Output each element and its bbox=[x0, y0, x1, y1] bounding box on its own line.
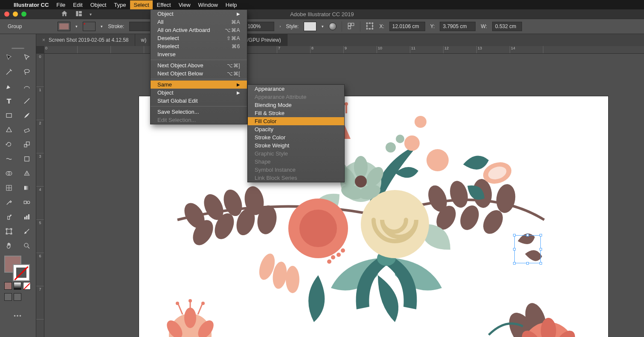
menu-item-all-on-active-artboard[interactable]: All on Active Artboard⌥⌘A bbox=[151, 26, 247, 34]
submenu-item-opacity[interactable]: Opacity bbox=[248, 125, 344, 133]
line-tool[interactable] bbox=[18, 94, 36, 108]
selection-tool[interactable] bbox=[0, 50, 18, 65]
hand-tool[interactable] bbox=[0, 239, 18, 253]
artboard[interactable] bbox=[139, 96, 608, 337]
y-field[interactable]: 3.7905 cm bbox=[440, 22, 476, 31]
maximize-window-button[interactable] bbox=[21, 12, 26, 17]
same-submenu[interactable]: AppearanceAppearance AttributeBlending M… bbox=[247, 84, 345, 182]
menu-item-object[interactable]: Object▶ bbox=[151, 10, 247, 18]
ruler-horizontal[interactable]: 0567891011121314 bbox=[44, 46, 644, 54]
recolor-artwork-icon[interactable] bbox=[329, 23, 337, 30]
document-tab[interactable]: × Screen Shot 2019-02-05 at 4.12.58 bbox=[36, 34, 135, 46]
curvature-tool[interactable] bbox=[18, 79, 36, 94]
traffic-lights[interactable] bbox=[0, 12, 26, 17]
menu-select[interactable]: Select bbox=[130, 0, 152, 9]
type-tool[interactable] bbox=[0, 94, 18, 108]
x-field[interactable]: 12.0106 cm bbox=[389, 22, 425, 31]
svg-point-74 bbox=[386, 142, 396, 153]
submenu-item-fill-stroke[interactable]: Fill & Stroke bbox=[248, 109, 344, 117]
close-tab-icon[interactable]: × bbox=[42, 37, 45, 43]
chevron-down-icon[interactable]: ▾ bbox=[322, 24, 324, 29]
rectangle-tool[interactable] bbox=[0, 108, 18, 123]
stroke-color-box[interactable] bbox=[13, 264, 30, 281]
artwork-floral[interactable] bbox=[139, 96, 608, 337]
shaper-tool[interactable] bbox=[0, 123, 18, 137]
chevron-down-icon[interactable]: ▾ bbox=[75, 24, 78, 29]
eraser-tool[interactable] bbox=[18, 123, 36, 137]
symbol-sprayer-tool[interactable] bbox=[0, 210, 18, 224]
perspective-grid-tool[interactable] bbox=[18, 166, 36, 181]
transform-icon[interactable] bbox=[366, 22, 374, 32]
submenu-item-appearance[interactable]: Appearance bbox=[248, 85, 344, 93]
pen-tool[interactable] bbox=[0, 79, 18, 94]
rotate-tool[interactable] bbox=[0, 137, 18, 152]
menu-object[interactable]: Object bbox=[90, 2, 107, 8]
magic-wand-tool[interactable] bbox=[0, 65, 18, 79]
menu-item-object[interactable]: Object▶ bbox=[151, 89, 247, 97]
menu-edit[interactable]: Edit bbox=[73, 2, 82, 8]
blend-tool[interactable] bbox=[18, 195, 36, 210]
stroke-weight-field[interactable] bbox=[129, 22, 151, 31]
menu-item-deselect[interactable]: Deselect⇧⌘A bbox=[151, 34, 247, 42]
ruler-vertical[interactable]: 01234567 bbox=[36, 54, 44, 337]
opacity-field[interactable]: 100% bbox=[244, 22, 274, 31]
width-tool[interactable] bbox=[0, 152, 18, 166]
fill-swatch[interactable] bbox=[58, 22, 70, 31]
menu-item-save-selection-[interactable]: Save Selection... bbox=[151, 108, 247, 116]
scale-tool[interactable] bbox=[18, 137, 36, 152]
fill-stroke-controls[interactable] bbox=[0, 253, 36, 280]
chevron-down-icon[interactable]: ▾ bbox=[101, 24, 103, 29]
close-window-button[interactable] bbox=[4, 12, 9, 17]
menu-effect[interactable]: Effect bbox=[157, 2, 171, 8]
minimize-window-button[interactable] bbox=[13, 12, 18, 17]
submenu-item-stroke-color[interactable]: Stroke Color bbox=[248, 133, 344, 141]
direct-selection-tool[interactable] bbox=[18, 50, 36, 65]
home-icon[interactable] bbox=[61, 10, 68, 19]
w-field[interactable]: 0.532 cm bbox=[492, 22, 522, 31]
svg-rect-27 bbox=[8, 216, 10, 220]
column-graph-tool[interactable] bbox=[18, 210, 36, 224]
app-name[interactable]: Illustrator CC bbox=[14, 2, 49, 8]
gradient-mode-swatch[interactable] bbox=[14, 282, 21, 290]
stroke-swatch[interactable] bbox=[83, 22, 96, 31]
menu-item-all[interactable]: All⌘A bbox=[151, 18, 247, 26]
menu-type[interactable]: Type bbox=[114, 2, 126, 8]
lasso-tool[interactable] bbox=[18, 65, 36, 79]
artboard-tool[interactable] bbox=[0, 224, 18, 239]
submenu-item-blending-mode[interactable]: Blending Mode bbox=[248, 101, 344, 109]
select-menu-dropdown[interactable]: Object▶All⌘AAll on Active Artboard⌥⌘ADes… bbox=[150, 9, 247, 124]
menu-help[interactable]: Help bbox=[226, 2, 237, 8]
macos-menubar[interactable]: Illustrator CC File Edit Object Type Sel… bbox=[0, 0, 644, 9]
eyedropper-tool[interactable] bbox=[0, 195, 18, 210]
menu-item-same[interactable]: Same▶ bbox=[151, 81, 247, 89]
submenu-item-fill-color[interactable]: Fill Color bbox=[248, 117, 344, 125]
shape-builder-tool[interactable] bbox=[0, 166, 18, 181]
menu-file[interactable]: File bbox=[56, 2, 65, 8]
screen-mode-icon[interactable] bbox=[14, 293, 21, 301]
none-mode-swatch[interactable] bbox=[23, 282, 31, 290]
panel-grip[interactable] bbox=[0, 46, 36, 50]
menu-item-reselect[interactable]: Reselect⌘6 bbox=[151, 42, 247, 50]
menu-item-inverse[interactable]: Inverse bbox=[151, 50, 247, 58]
screen-mode-icon[interactable] bbox=[4, 293, 12, 301]
menu-item-start-global-edit[interactable]: Start Global Edit bbox=[151, 97, 247, 105]
chevron-down-icon[interactable]: ▾ bbox=[90, 12, 92, 17]
arrange-docs-icon[interactable] bbox=[75, 10, 83, 19]
selection-bounding-box[interactable] bbox=[514, 235, 541, 263]
gradient-tool[interactable] bbox=[18, 181, 36, 195]
menu-item-next-object-above[interactable]: Next Object Above⌥⌘] bbox=[151, 61, 247, 69]
menu-view[interactable]: View bbox=[179, 2, 191, 8]
slice-tool[interactable] bbox=[18, 224, 36, 239]
submenu-item-stroke-weight[interactable]: Stroke Weight bbox=[248, 141, 344, 150]
color-mode-swatch[interactable] bbox=[4, 282, 12, 290]
menu-item-next-object-below[interactable]: Next Object Below⌥⌘[ bbox=[151, 69, 247, 78]
edit-toolbar-icon[interactable]: ••• bbox=[0, 308, 36, 323]
style-swatch[interactable] bbox=[304, 22, 316, 31]
chevron-right-icon[interactable]: › bbox=[279, 24, 281, 29]
zoom-tool[interactable] bbox=[18, 239, 36, 253]
mesh-tool[interactable] bbox=[0, 181, 18, 195]
menu-window[interactable]: Window bbox=[198, 2, 218, 8]
paintbrush-tool[interactable] bbox=[18, 108, 36, 123]
free-transform-tool[interactable] bbox=[18, 152, 36, 166]
align-icon[interactable] bbox=[347, 22, 355, 31]
